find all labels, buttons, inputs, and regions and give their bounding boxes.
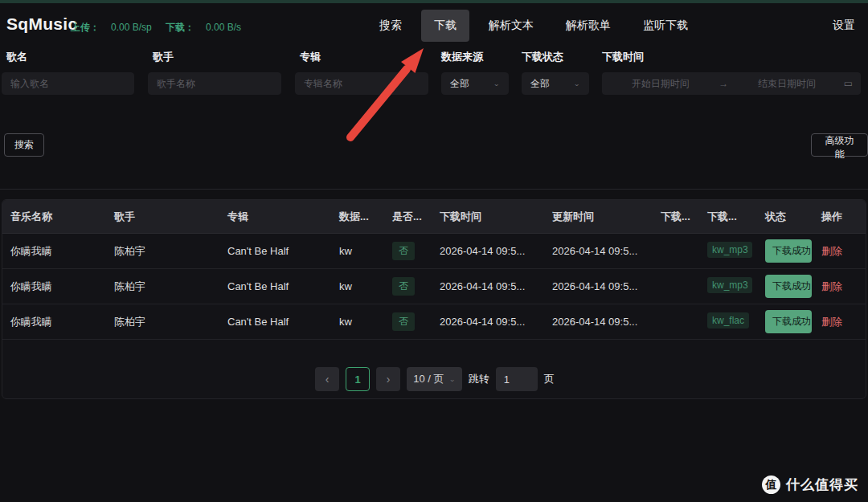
start-date-placeholder[interactable]: 开始日期时间 [610, 77, 710, 91]
paid-tag: 否 [392, 242, 415, 260]
transfer-speeds: 上传：0.00 B/sp 下载：0.00 B/s [71, 21, 241, 35]
col-album: 专辑 [219, 210, 331, 224]
col-music-name: 音乐名称 [2, 210, 106, 224]
smzdm-watermark: 值 什么值得买 [762, 475, 858, 494]
album-input[interactable] [295, 72, 428, 95]
table-row: 你瞒我瞒 陈柏宇 Can't Be Half kw 否 2026-04-14 0… [2, 234, 866, 269]
status-success-button[interactable]: 下载成功 [765, 310, 812, 333]
cell-source: kw [331, 316, 384, 328]
table-row: 你瞒我瞒 陈柏宇 Can't Be Half kw 否 2026-04-14 0… [2, 269, 866, 304]
tab-download[interactable]: 下载 [421, 10, 469, 42]
delete-link[interactable]: 删除 [821, 316, 842, 328]
chevron-down-icon: ⌄ [493, 80, 500, 88]
col-source: 数据... [331, 210, 384, 224]
album-label: 专辑 [300, 50, 428, 64]
table-header-row: 音乐名称 歌手 专辑 数据... 是否... 下载时间 更新时间 下载... 下… [2, 200, 866, 234]
page-unit-label: 页 [544, 372, 555, 386]
download-speed-value: 0.00 B/s [206, 22, 241, 33]
page-size-value: 10 / 页 [413, 372, 444, 386]
status-success-button[interactable]: 下载成功 [765, 275, 812, 298]
cell-music-name: 你瞒我瞒 [2, 244, 106, 259]
jump-page-input[interactable] [496, 367, 538, 391]
quality-tag: kw_mp3 [707, 242, 752, 258]
song-label: 歌名 [6, 50, 134, 64]
main-nav: 搜索 下载 解析文本 解析歌单 监听下载 [366, 10, 707, 42]
delete-link[interactable]: 删除 [821, 280, 842, 292]
cell-album: Can't Be Half [219, 316, 331, 328]
prev-page-button[interactable]: ‹ [315, 367, 339, 391]
col-update-time: 更新时间 [544, 210, 653, 224]
col-status: 状态 [757, 210, 813, 224]
downloads-table-card: 音乐名称 歌手 专辑 数据... 是否... 下载时间 更新时间 下载... 下… [2, 199, 866, 399]
cell-update-time: 2026-04-14 09:5... [544, 245, 653, 257]
col-artist: 歌手 [106, 210, 219, 224]
cell-artist: 陈柏宇 [106, 315, 219, 329]
col-download-time: 下载时间 [432, 210, 544, 224]
search-button[interactable]: 搜索 [4, 133, 44, 157]
paid-tag: 否 [392, 277, 415, 296]
page-size-select[interactable]: 10 / 页 ⌄ [407, 367, 462, 391]
cell-music-name: 你瞒我瞒 [2, 280, 106, 294]
current-page-button[interactable]: 1 [346, 367, 370, 391]
quality-tag: kw_flac [707, 312, 749, 329]
artist-input[interactable] [148, 72, 281, 95]
tab-watch-download[interactable]: 监听下载 [630, 10, 701, 42]
upload-speed-value: 0.00 B/sp [111, 22, 152, 33]
top-bar: SqMusic 上传：0.00 B/sp 下载：0.00 B/s 搜索 下载 解… [0, 3, 868, 45]
paid-tag: 否 [392, 312, 415, 331]
chevron-down-icon: ⌄ [574, 80, 580, 88]
smzdm-logo-icon: 值 [762, 475, 780, 494]
cell-download-time: 2026-04-14 09:5... [432, 316, 544, 328]
tab-parse-text[interactable]: 解析文本 [476, 10, 547, 42]
cell-update-time: 2026-04-14 09:5... [544, 316, 653, 328]
end-date-placeholder[interactable]: 结束日期时间 [736, 77, 837, 91]
status-select-value: 全部 [530, 77, 550, 91]
status-select[interactable]: 全部 ⌄ [522, 72, 589, 95]
filter-status: 下载状态 全部 ⌄ [522, 50, 589, 95]
cell-source: kw [331, 280, 384, 292]
time-label: 下载时间 [602, 50, 861, 64]
pagination: ‹ 1 › 10 / 页 ⌄ 跳转 页 [2, 361, 866, 398]
section-divider [0, 189, 868, 190]
cell-update-time: 2026-04-14 09:5... [544, 280, 653, 292]
advanced-features-button[interactable]: 高级功能 [811, 133, 868, 157]
source-label: 数据来源 [441, 50, 509, 64]
range-arrow-icon: → [710, 78, 736, 89]
cell-music-name: 你瞒我瞒 [2, 315, 106, 329]
song-input[interactable] [2, 72, 134, 95]
next-page-button[interactable]: › [376, 367, 400, 391]
delete-link[interactable]: 删除 [821, 245, 842, 257]
smzdm-watermark-text: 什么值得买 [786, 475, 858, 494]
jump-label: 跳转 [469, 372, 489, 386]
upload-speed-label: 上传： [71, 22, 100, 33]
calendar-icon: ▭ [844, 78, 853, 89]
settings-button[interactable]: 设置 [833, 18, 855, 33]
artist-label: 歌手 [153, 50, 281, 64]
filter-artist: 歌手 [153, 50, 281, 95]
cell-artist: 陈柏宇 [106, 244, 219, 259]
col-download-1: 下载... [653, 210, 699, 224]
quality-tag: kw_mp3 [707, 277, 752, 293]
filter-time: 下载时间 开始日期时间 → 结束日期时间 ▭ [602, 50, 861, 95]
download-speed-label: 下载： [166, 22, 194, 33]
filter-album: 专辑 [300, 50, 428, 95]
cell-album: Can't Be Half [219, 245, 331, 257]
sqmusic-window: SqMusic 上传：0.00 B/sp 下载：0.00 B/s 搜索 下载 解… [0, 0, 868, 502]
tab-parse-playlist[interactable]: 解析歌单 [553, 10, 624, 42]
cell-artist: 陈柏宇 [106, 280, 219, 294]
tab-search[interactable]: 搜索 [366, 10, 415, 42]
status-label: 下载状态 [522, 50, 589, 64]
filter-song: 歌名 [6, 50, 134, 95]
source-select-value: 全部 [450, 77, 469, 91]
status-success-button[interactable]: 下载成功 [765, 239, 812, 263]
col-paid: 是否... [384, 210, 432, 224]
filter-source: 数据来源 全部 ⌄ [441, 50, 509, 95]
cell-album: Can't Be Half [219, 280, 331, 292]
cell-download-time: 2026-04-14 09:5... [432, 280, 544, 292]
date-range-picker[interactable]: 开始日期时间 → 结束日期时间 ▭ [602, 72, 861, 95]
cell-source: kw [331, 245, 384, 257]
cell-download-time: 2026-04-14 09:5... [432, 245, 544, 257]
table-row: 你瞒我瞒 陈柏宇 Can't Be Half kw 否 2026-04-14 0… [2, 304, 866, 340]
source-select[interactable]: 全部 ⌄ [441, 72, 509, 95]
chevron-down-icon: ⌄ [448, 376, 455, 383]
